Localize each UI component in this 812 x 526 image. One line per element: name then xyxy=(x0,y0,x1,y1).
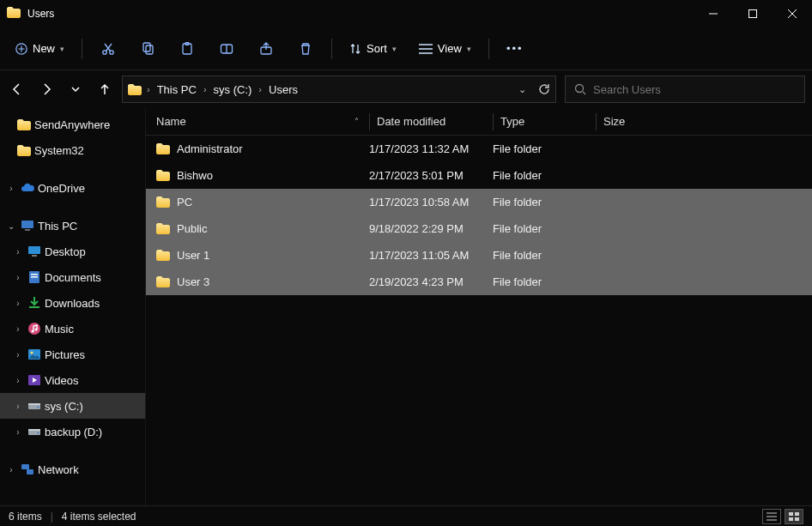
sort-button[interactable]: Sort ▾ xyxy=(341,33,405,64)
sidebar-item-onedrive[interactable]: › OneDrive xyxy=(0,175,145,201)
recent-button[interactable] xyxy=(67,81,84,98)
thumbnails-view-button[interactable] xyxy=(785,509,803,524)
cloud-icon xyxy=(21,181,34,195)
sidebar-item[interactable]: System32 xyxy=(0,137,145,163)
svg-rect-35 xyxy=(789,517,793,521)
file-name: Public xyxy=(177,222,207,235)
column-header-date[interactable]: Date modified xyxy=(369,113,493,130)
address-bar[interactable]: › This PC › sys (C:) › Users ⌄ xyxy=(122,76,556,103)
new-button[interactable]: New ▾ xyxy=(7,33,73,64)
chevron-right-icon[interactable]: › xyxy=(12,350,24,360)
minimize-button[interactable] xyxy=(694,0,733,27)
table-row[interactable]: User 32/19/2023 4:23 PMFile folder xyxy=(146,269,812,295)
svg-rect-4 xyxy=(143,43,150,51)
sidebar-item[interactable]: ›sys (C:) xyxy=(0,393,145,419)
chevron-right-icon[interactable]: › xyxy=(12,324,24,334)
chevron-right-icon[interactable]: › xyxy=(5,465,17,475)
rename-button[interactable] xyxy=(209,33,244,64)
navigation-pane[interactable]: SendAnywhere System32 › OneDrive ⌄ This … xyxy=(0,108,146,505)
downloads-icon xyxy=(27,296,41,310)
chevron-right-icon[interactable]: › xyxy=(12,427,24,437)
delete-button[interactable] xyxy=(288,33,323,64)
sidebar-item[interactable]: ›Pictures xyxy=(0,342,145,367)
view-button[interactable]: View ▾ xyxy=(410,33,480,64)
sidebar-item[interactable]: ›Desktop xyxy=(0,239,145,264)
more-button[interactable]: ••• xyxy=(498,33,532,64)
column-header-type[interactable]: Type xyxy=(493,113,596,130)
details-view-button[interactable] xyxy=(762,509,781,524)
chevron-down-icon[interactable]: ⌄ xyxy=(518,84,526,95)
sidebar-item-thispc[interactable]: ⌄ This PC xyxy=(0,213,145,239)
pc-icon xyxy=(21,219,34,233)
svg-rect-12 xyxy=(25,229,30,231)
file-list-pane: Name˄ Date modified Type Size Administra… xyxy=(146,108,812,505)
copy-button[interactable] xyxy=(130,33,165,64)
sidebar-item[interactable]: ›Videos xyxy=(0,367,145,393)
sidebar-item[interactable]: ›Music xyxy=(0,316,145,342)
sidebar-item[interactable]: ›Downloads xyxy=(0,290,145,316)
chevron-right-icon[interactable]: › xyxy=(12,299,24,308)
svg-point-10 xyxy=(576,85,584,93)
sort-asc-icon: ˄ xyxy=(354,117,359,126)
chevron-right-icon[interactable]: › xyxy=(12,273,24,282)
sidebar-item-label: sys (C:) xyxy=(45,400,83,413)
table-row[interactable]: Bishwo2/17/2023 5:01 PMFile folder xyxy=(146,162,812,189)
close-button[interactable] xyxy=(773,0,812,27)
pictures-icon xyxy=(27,348,41,361)
share-button[interactable] xyxy=(249,33,283,64)
file-date: 2/17/2023 5:01 PM xyxy=(369,169,493,182)
copy-icon xyxy=(141,42,155,56)
new-label: New xyxy=(33,42,55,55)
breadcrumb-item[interactable]: sys (C:) xyxy=(212,82,254,98)
up-button[interactable] xyxy=(96,81,113,98)
chevron-down-icon[interactable]: ⌄ xyxy=(5,221,17,231)
file-date: 1/17/2023 11:05 AM xyxy=(369,249,493,262)
search-box[interactable] xyxy=(565,76,805,103)
table-row[interactable]: Public9/18/2022 2:29 PMFile folder xyxy=(146,215,812,242)
svg-rect-29 xyxy=(28,429,40,431)
search-input[interactable] xyxy=(593,83,796,96)
sort-label: Sort xyxy=(367,42,387,55)
sidebar-item[interactable]: SendAnywhere xyxy=(0,112,145,137)
table-row[interactable]: PC1/17/2023 10:58 AMFile folder xyxy=(146,189,812,215)
folder-icon xyxy=(17,143,31,157)
table-row[interactable]: Administrator1/17/2023 11:32 AMFile fold… xyxy=(146,136,812,162)
table-row[interactable]: User 11/17/2023 11:05 AMFile folder xyxy=(146,242,812,269)
drive-icon xyxy=(27,399,41,413)
title-bar: Users xyxy=(0,0,812,27)
back-button[interactable] xyxy=(9,81,26,98)
chevron-right-icon[interactable]: › xyxy=(12,376,24,385)
file-type: File folder xyxy=(493,142,596,155)
sidebar-item-label: This PC xyxy=(38,220,77,233)
svg-rect-31 xyxy=(21,464,29,469)
file-type: File folder xyxy=(493,249,596,262)
column-header-size[interactable]: Size xyxy=(596,113,657,130)
trash-icon xyxy=(299,42,312,56)
forward-button[interactable] xyxy=(38,81,55,98)
view-label: View xyxy=(438,42,462,55)
share-icon xyxy=(259,42,273,56)
videos-icon xyxy=(27,373,41,387)
paste-button[interactable] xyxy=(170,33,204,64)
folder-icon xyxy=(156,196,170,208)
sidebar-item-network[interactable]: › Network xyxy=(0,456,145,482)
breadcrumb-item[interactable]: Users xyxy=(267,82,300,98)
chevron-right-icon[interactable]: › xyxy=(5,184,17,193)
sidebar-item[interactable]: ›Documents xyxy=(0,264,145,290)
rename-icon xyxy=(220,42,233,56)
sidebar-item[interactable]: ›backup (D:) xyxy=(0,419,145,444)
sidebar-item-label: Videos xyxy=(45,374,79,387)
chevron-down-icon: ▾ xyxy=(392,45,397,53)
chevron-right-icon[interactable]: › xyxy=(12,402,24,411)
sidebar-item-label: Music xyxy=(45,323,74,336)
cut-button[interactable] xyxy=(91,33,125,64)
chevron-right-icon[interactable]: › xyxy=(12,247,24,257)
sidebar-item-label: OneDrive xyxy=(38,182,85,195)
maximize-button[interactable] xyxy=(733,0,773,27)
file-date: 9/18/2022 2:29 PM xyxy=(369,222,493,235)
refresh-button[interactable] xyxy=(538,83,550,95)
svg-rect-0 xyxy=(749,10,757,18)
music-icon xyxy=(27,322,41,336)
column-header-name[interactable]: Name˄ xyxy=(156,115,369,128)
breadcrumb-item[interactable]: This PC xyxy=(155,82,198,98)
